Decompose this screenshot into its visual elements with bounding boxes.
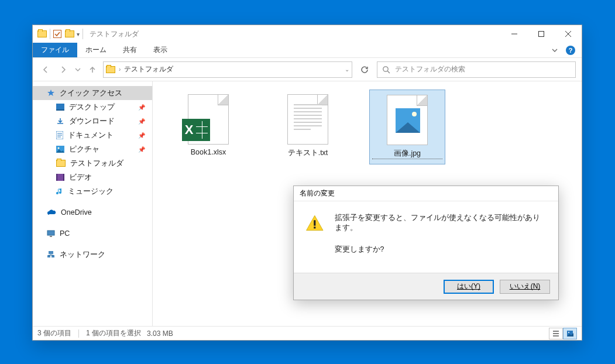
maximize-button[interactable] (528, 25, 555, 43)
back-button[interactable] (39, 61, 53, 78)
svg-rect-15 (314, 220, 315, 225)
help-button[interactable]: ? (563, 43, 578, 57)
dialog-yes-button[interactable]: はい(Y) (444, 280, 494, 294)
navigation-pane: クイック アクセス デスクトップ 📌 ダウンロード 📌 ドキュメント 📌 ピクチ… (33, 81, 153, 326)
file-label: テキスト.txt (272, 148, 343, 158)
up-button[interactable] (85, 61, 99, 78)
address-dropdown-icon[interactable]: ⌄ (345, 66, 349, 73)
qat-checkbox-icon[interactable] (53, 30, 61, 38)
minimize-button[interactable] (501, 25, 528, 43)
sidebar-item-label: OneDrive (61, 208, 92, 217)
details-view-button[interactable] (549, 328, 563, 339)
sidebar-downloads[interactable]: ダウンロード 📌 (33, 114, 152, 128)
svg-point-1 (383, 66, 388, 71)
folder-icon (106, 65, 115, 74)
pin-icon: 📌 (138, 146, 145, 153)
navigation-bar: › テストフォルダ ⌄ テストフォルダの検索 (33, 58, 582, 81)
svg-rect-12 (49, 251, 53, 254)
pin-icon: 📌 (138, 104, 145, 111)
titlebar: ▾ テストフォルダ (33, 25, 582, 43)
sidebar-music[interactable]: ミュージック (33, 184, 152, 198)
sidebar-test-folder[interactable]: テストフォルダ (33, 156, 152, 170)
sidebar-videos[interactable]: ビデオ (33, 170, 152, 184)
pc-icon (47, 229, 55, 238)
sidebar-item-label: デスクトップ (69, 102, 115, 112)
tab-home[interactable]: ホーム (77, 43, 115, 57)
file-label: Book1.xlsx (173, 148, 244, 156)
dialog-message-1: 拡張子を変更すると、ファイルが使えなくなる可能性があります。 (335, 213, 547, 233)
file-item-txt[interactable]: テキスト.txt (270, 90, 346, 163)
document-icon (56, 131, 63, 139)
forward-button[interactable] (56, 61, 70, 78)
desktop-icon (56, 104, 64, 111)
svg-point-18 (568, 332, 569, 333)
qat-dropdown-icon[interactable]: ▾ (77, 31, 80, 37)
sidebar-item-label: ドキュメント (68, 131, 114, 140)
pin-icon: 📌 (138, 132, 145, 139)
svg-point-6 (58, 147, 60, 149)
svg-rect-11 (50, 236, 52, 237)
search-icon (382, 66, 390, 74)
rename-dialog: 名前の変更 拡張子を変更すると、ファイルが使えなくなる可能性があります。 変更し… (293, 186, 559, 300)
sidebar-item-label: ネットワーク (60, 250, 105, 260)
file-label: 画像.jpg (372, 149, 442, 159)
status-selected-count: 1 個の項目を選択 (86, 328, 141, 338)
search-placeholder: テストフォルダの検索 (395, 64, 465, 74)
sidebar-item-label: PC (60, 229, 70, 238)
dialog-no-button[interactable]: いいえ(N) (500, 280, 550, 294)
folder-icon (37, 29, 47, 39)
ribbon-tabs: ファイル ホーム 共有 表示 ? (33, 43, 582, 58)
svg-rect-2 (56, 104, 64, 109)
tab-share[interactable]: 共有 (115, 43, 145, 57)
svg-rect-10 (47, 231, 54, 235)
ribbon-expand-icon[interactable] (547, 43, 563, 57)
sidebar-item-label: ダウンロード (69, 116, 115, 126)
dialog-title: 名前の変更 (294, 186, 558, 201)
svg-rect-0 (539, 32, 544, 37)
file-item-xlsx[interactable]: X Book1.xlsx (170, 90, 246, 161)
status-bar: 3 個の項目 1 個の項目を選択 3.03 MB (33, 326, 582, 340)
sidebar-item-label: ピクチャ (69, 145, 99, 154)
tab-file[interactable]: ファイル (33, 43, 77, 57)
address-bar[interactable]: › テストフォルダ ⌄ (103, 61, 352, 78)
file-pane[interactable]: X Book1.xlsx テキスト.txt (153, 81, 582, 326)
txt-file-icon (287, 94, 328, 145)
svg-rect-7 (56, 174, 64, 181)
sidebar-pc[interactable]: PC (33, 226, 152, 241)
tab-view[interactable]: 表示 (145, 43, 176, 57)
warning-icon (305, 213, 324, 233)
file-item-jpg[interactable]: 画像.jpg (369, 90, 445, 164)
breadcrumb-current[interactable]: テストフォルダ (124, 64, 173, 74)
pictures-icon (56, 146, 64, 153)
folder-icon-2 (65, 29, 74, 39)
window-title: テストフォルダ (90, 29, 139, 39)
thumbnails-view-button[interactable] (563, 328, 577, 339)
sidebar-quick-access[interactable]: クイック アクセス (33, 86, 152, 100)
image-file-icon (387, 95, 428, 145)
sidebar-desktop[interactable]: デスクトップ 📌 (33, 100, 152, 114)
folder-icon (56, 159, 66, 168)
sidebar-pictures[interactable]: ピクチャ 📌 (33, 142, 152, 156)
svg-rect-16 (314, 226, 315, 228)
download-icon (56, 117, 64, 125)
pin-icon: 📌 (138, 118, 145, 125)
sidebar-item-label: ビデオ (69, 173, 92, 183)
sidebar-onedrive[interactable]: OneDrive (33, 205, 152, 219)
music-icon (56, 187, 63, 195)
search-box[interactable]: テストフォルダの検索 (377, 61, 576, 78)
network-icon (47, 250, 55, 259)
breadcrumb-chevron-icon[interactable]: › (119, 66, 121, 73)
sidebar-item-label: クイック アクセス (60, 88, 122, 98)
dialog-message-2: 変更しますか? (335, 245, 547, 255)
sidebar-network[interactable]: ネットワーク (33, 248, 152, 262)
svg-rect-3 (56, 109, 64, 111)
close-button[interactable] (555, 25, 582, 43)
star-icon (47, 89, 55, 97)
status-size: 3.03 MB (147, 329, 173, 338)
recent-dropdown-icon[interactable] (74, 61, 82, 78)
sidebar-item-label: テストフォルダ (70, 159, 123, 169)
sidebar-item-label: ミュージック (68, 187, 114, 197)
refresh-button[interactable] (356, 61, 373, 78)
status-item-count: 3 個の項目 (37, 328, 71, 338)
sidebar-documents[interactable]: ドキュメント 📌 (33, 128, 152, 142)
